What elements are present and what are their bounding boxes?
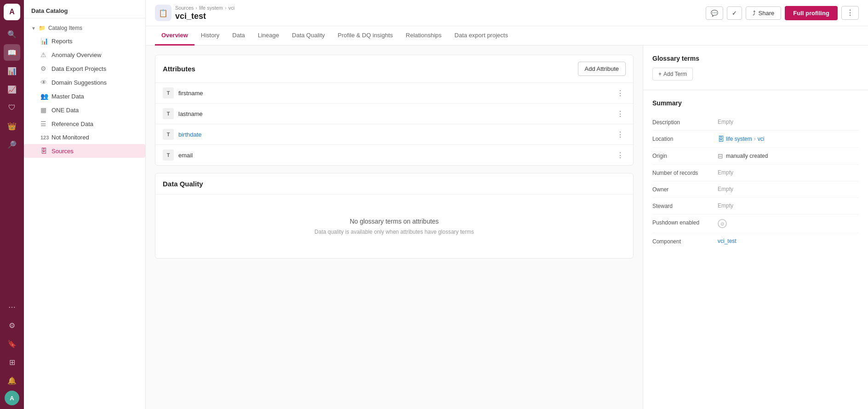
attr-menu-lastname[interactable]: ⋮ [615, 108, 626, 119]
not-monitored-icon: 123 [40, 135, 48, 140]
sidebar-item-domain-suggestions[interactable]: 👁 Domain Suggestions [24, 75, 145, 89]
sidebar-item-anomaly-overview[interactable]: ⚠ Anomaly Overview [24, 48, 145, 62]
comment-button[interactable]: 💬 [706, 6, 723, 20]
summary-value-pushdown: ⊙ [718, 219, 859, 228]
summary-value-owner: Empty [718, 186, 859, 192]
main-content: 📋 Sources › life system › vci vci_test 💬… [146, 0, 868, 409]
shield-icon[interactable]: 🛡 [4, 99, 20, 116]
reports-icon: 📊 [40, 37, 48, 45]
more-options-button[interactable]: ⋮ [841, 6, 859, 20]
attribute-row-firstname[interactable]: T firstname ⋮ [155, 82, 633, 103]
summary-title: Summary [652, 99, 859, 107]
tab-relationships[interactable]: Relationships [400, 26, 448, 46]
share-button[interactable]: ⤴ Share [746, 6, 782, 20]
add-attribute-button[interactable]: Add Attribute [578, 62, 626, 76]
anomaly-icon: ⚠ [40, 51, 48, 58]
pushdown-status-icon: ⊙ [718, 219, 727, 228]
catalog-icon[interactable]: 📖 [4, 44, 20, 61]
glossary-title: Glossary terms [652, 55, 859, 62]
summary-value-steward: Empty [718, 202, 859, 209]
attr-name-birthdate[interactable]: birthdate [178, 131, 615, 138]
summary-label-steward: Steward [652, 202, 712, 209]
sidebar-item-data-export-projects[interactable]: ⚙ Data Export Projects [24, 62, 145, 75]
dq-empty-title: No glossary terms on attributes [165, 218, 624, 225]
attributes-card: Attributes Add Attribute T firstname ⋮ T… [155, 55, 634, 166]
origin-icon: ⊟ [718, 152, 723, 160]
summary-value-description: Empty [718, 119, 859, 125]
export-icon: ⚙ [40, 65, 48, 72]
sidebar-item-one-data[interactable]: ▦ ONE Data [24, 103, 145, 117]
summary-row-pushdown: Pushdown enabled ⊙ [652, 214, 859, 233]
sidebar-item-sources[interactable]: 🗄 Sources [24, 144, 145, 158]
catalog-section: ▼ 📁 Catalog Items 📊 Reports ⚠ Anomaly Ov… [24, 18, 145, 161]
sidebar-item-reference-data[interactable]: ☰ Reference Data [24, 117, 145, 131]
breadcrumb-sources[interactable]: Sources [175, 5, 194, 11]
glossary-section: Glossary terms + Add Term [643, 46, 868, 90]
tab-history[interactable]: History [194, 26, 226, 46]
tab-overview[interactable]: Overview [155, 26, 194, 46]
search-icon[interactable]: 🔍 [4, 26, 20, 42]
share-icon: ⤴ [753, 10, 756, 17]
explore-icon[interactable]: 🔎 [4, 136, 20, 153]
one-data-icon: ▦ [40, 106, 48, 114]
sidebar-item-not-monitored[interactable]: 123 Not Monitored [24, 131, 145, 144]
breadcrumb-life-system[interactable]: life system [199, 5, 223, 11]
attr-menu-birthdate[interactable]: ⋮ [615, 129, 626, 140]
bookmark-icon[interactable]: 🔖 [4, 335, 20, 352]
sources-icon: 🗄 [40, 147, 48, 155]
summary-value-location[interactable]: 🗄 life system › vci [718, 135, 859, 143]
add-term-button[interactable]: + Add Term [652, 68, 693, 81]
user-avatar[interactable]: A [5, 391, 19, 405]
attr-type-icon-birthdate: T [163, 129, 174, 140]
bell-icon[interactable]: 🔔 [4, 372, 20, 389]
breadcrumb-vci[interactable]: vci [228, 5, 234, 11]
tab-profile-dq-insights[interactable]: Profile & DQ insights [331, 26, 400, 46]
tab-data-quality[interactable]: Data Quality [286, 26, 331, 46]
check-button[interactable]: ✓ [727, 6, 742, 20]
attr-type-icon-email: T [163, 150, 174, 161]
attr-menu-email[interactable]: ⋮ [615, 150, 626, 161]
summary-row-component: Component vci_test [652, 233, 859, 249]
summary-value-component[interactable]: vci_test [718, 238, 859, 244]
tab-data-export-projects[interactable]: Data export projects [448, 26, 514, 46]
app-logo[interactable]: A [4, 4, 20, 20]
attr-type-icon-lastname: T [163, 108, 174, 119]
top-header: 📋 Sources › life system › vci vci_test 💬… [146, 0, 868, 26]
sidebar-item-sources-label: Sources [51, 148, 74, 155]
sidebar-item-reference-label: Reference Data [51, 121, 93, 127]
sidebar-item-master-label: Master Data [51, 93, 84, 100]
attribute-row-lastname[interactable]: T lastname ⋮ [155, 103, 633, 124]
attr-menu-firstname[interactable]: ⋮ [615, 87, 626, 98]
full-profiling-button[interactable]: Full profiling [785, 6, 838, 20]
analytics-icon[interactable]: 📈 [4, 81, 20, 98]
dq-empty-subtitle: Data quality is available only when attr… [165, 229, 624, 235]
settings-icon[interactable]: ⚙ [4, 317, 20, 334]
summary-value-number-of-records: Empty [718, 169, 859, 176]
location-arrow: › [754, 136, 756, 142]
summary-value-origin: ⊟ manually created [718, 152, 859, 160]
dashboard-icon[interactable]: 📊 [4, 63, 20, 79]
sidebar-item-master-data[interactable]: 👥 Master Data [24, 89, 145, 103]
plus-icon: + [658, 71, 662, 77]
sidebar-item-domain-label: Domain Suggestions [51, 79, 107, 86]
summary-label-component: Component [652, 238, 712, 245]
page-type-icon: 📋 [155, 5, 171, 21]
crown-icon[interactable]: 👑 [4, 118, 20, 134]
sidebar-item-reports[interactable]: 📊 Reports [24, 34, 145, 48]
tab-lineage[interactable]: Lineage [251, 26, 286, 46]
tab-data[interactable]: Data [226, 26, 251, 46]
more-icon[interactable]: ⋯ [4, 299, 20, 315]
location-system[interactable]: life system [726, 136, 752, 142]
breadcrumb-text: Sources › life system › vci vci_test [175, 5, 234, 21]
grid-icon[interactable]: ⊞ [4, 354, 20, 370]
attribute-row-email[interactable]: T email ⋮ [155, 144, 633, 165]
location-vci[interactable]: vci [758, 136, 765, 142]
content-area: Attributes Add Attribute T firstname ⋮ T… [146, 46, 868, 409]
sidebar-item-one-data-label: ONE Data [51, 107, 79, 114]
origin-text: manually created [726, 153, 768, 159]
catalog-items-header[interactable]: ▼ 📁 Catalog Items [24, 22, 145, 34]
attribute-row-birthdate[interactable]: T birthdate ⋮ [155, 124, 633, 144]
breadcrumb: Sources › life system › vci [175, 5, 234, 11]
domain-icon: 👁 [40, 79, 48, 86]
page-title: vci_test [175, 12, 234, 21]
